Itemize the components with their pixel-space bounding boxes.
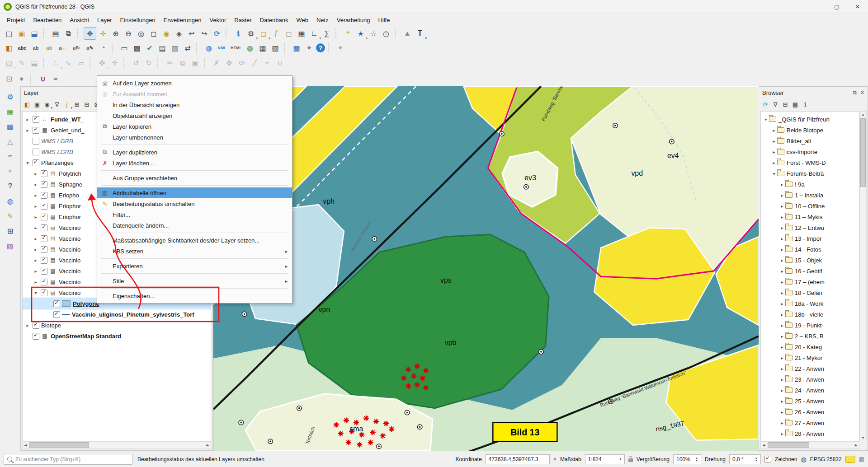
menu-item[interactable]: Maßstabsabhängige Sichtbarkeit des/der L…	[97, 235, 292, 246]
run-feature-action-icon[interactable]: ⚙▾	[245, 28, 257, 39]
lock-scale-icon[interactable]	[628, 458, 633, 462]
zoom-full-icon[interactable]: ◻	[148, 28, 160, 39]
browser-item-label[interactable]: 23 - Anwen	[795, 376, 824, 383]
expander-icon[interactable]: ▸	[771, 160, 777, 165]
layer-item-label[interactable]: Funde_WT_	[51, 116, 84, 123]
expander-icon[interactable]: ▸	[779, 312, 785, 317]
identify-features-icon[interactable]: ℹ	[232, 28, 244, 39]
zoom-in-icon[interactable]: ⊕	[110, 28, 122, 39]
menu-bar-item[interactable]: Bearbeiten	[29, 15, 66, 25]
new-3d-map-icon[interactable]: ▲	[401, 28, 413, 39]
expander-icon[interactable]: ▸	[779, 420, 785, 425]
move-features-icon[interactable]: ✥	[223, 57, 235, 69]
georeferencer-icon[interactable]: ⌖	[303, 42, 315, 54]
browser-item-label[interactable]: 25 - Anwen	[795, 398, 824, 405]
menu-item[interactable]: ▦ Attributtabelle öffnen	[97, 187, 292, 198]
scroll-left-icon[interactable]: ◀	[23, 442, 28, 448]
metasearch-icon[interactable]: ◍	[203, 42, 215, 54]
save-project-icon[interactable]: ⬓	[28, 28, 40, 39]
vertex-tool-all-icon[interactable]: ✜▾	[96, 57, 108, 69]
toolbar-button[interactable]	[226, 28, 230, 38]
menu-item[interactable]: ✎ Bearbeitungsstatus umschalten	[97, 198, 292, 209]
task-manager-icon[interactable]: ▦	[859, 456, 864, 462]
manage-map-themes-icon[interactable]: ◉▾	[42, 100, 52, 109]
layers-horizontal-scrollbar[interactable]: ◀ ▶	[22, 441, 211, 449]
extents-toggle-icon[interactable]: ⌖	[553, 456, 557, 463]
expander-icon[interactable]: ▸	[33, 236, 39, 241]
expand-all-icon[interactable]: ⊞	[72, 100, 81, 109]
close-button[interactable]: ✕	[847, 0, 868, 14]
expander-icon[interactable]: ▸	[779, 269, 785, 274]
menu-item[interactable]: In der Übersicht anzeigen	[97, 99, 292, 110]
browser-item-label[interactable]: 24 - Anwen	[795, 387, 824, 394]
browser-item-label[interactable]: 26 - Anwen	[795, 409, 824, 416]
toolbar-button[interactable]	[43, 58, 47, 68]
grass-tools-icon[interactable]: ▦	[5, 106, 16, 117]
layer-item-label[interactable]: Vaccinio	[59, 257, 80, 264]
layer-item[interactable]: Vaccinio_uliginosi_Pinetum_sylvestris_To…	[23, 309, 211, 320]
browser-item[interactable]: ▸ 12 – Entwu	[761, 222, 859, 233]
open-layer-styling-icon[interactable]: ◧	[23, 100, 32, 109]
expander-icon[interactable]: ▸	[779, 215, 785, 219]
menu-item[interactable]: Layer umbenennen	[97, 132, 292, 143]
toolbar-button[interactable]	[328, 43, 332, 53]
expander-icon[interactable]: ▸	[779, 345, 785, 350]
diagram-options-icon[interactable]: ◔	[97, 42, 109, 54]
layer-item-label[interactable]: Gebiet_und_	[51, 127, 84, 134]
pan-to-selection-icon[interactable]: ✛	[97, 28, 109, 39]
menu-item[interactable]: Aus Gruppe verschieben	[97, 173, 292, 183]
scrollbar-thumb[interactable]	[768, 442, 809, 448]
browser-item-label[interactable]: 2 – KBS, B	[795, 333, 824, 340]
visibility-checkbox[interactable]	[33, 149, 39, 155]
browser-item-label[interactable]: ! 9a –	[795, 181, 810, 188]
visibility-checkbox[interactable]	[41, 235, 47, 242]
browser-item[interactable]: ▸ 15 - Objek	[761, 255, 859, 266]
scrollbar-thumb[interactable]	[29, 442, 89, 448]
visibility-checkbox[interactable]	[33, 159, 39, 166]
menu-bar-item[interactable]: Vektor	[205, 15, 230, 25]
delete-selected-icon[interactable]: ✗	[211, 57, 222, 69]
browser-item[interactable]: ▸ 19 - Punkt-	[761, 320, 859, 331]
browser-item-label[interactable]: 1 – Installa	[795, 192, 823, 199]
browser-item-label[interactable]: _QGIS für Pilzfreun	[778, 116, 830, 123]
expander-icon[interactable]: ▸	[779, 377, 785, 382]
visibility-checkbox[interactable]	[33, 322, 39, 329]
expander-icon[interactable]: ▸	[33, 280, 39, 285]
browser-item[interactable]: ▸ Beide Biotope	[761, 125, 859, 135]
new-print-layout-icon[interactable]: ▤	[50, 28, 61, 39]
expander-icon[interactable]: ▾	[771, 171, 777, 176]
expander-icon[interactable]: ▸	[779, 301, 785, 306]
expander-icon[interactable]: ▸	[779, 290, 785, 295]
layer-item-label[interactable]: Polygone	[73, 300, 99, 307]
menu-bar-item[interactable]: Erweiterungen	[160, 15, 206, 25]
visibility-checkbox[interactable]	[41, 181, 47, 188]
expander-icon[interactable]: ▸	[779, 204, 785, 209]
open-project-icon[interactable]: ▣	[16, 28, 28, 39]
browser-item-label[interactable]: 17 – (ehem	[795, 279, 825, 285]
reshape-features-icon[interactable]: ≈	[261, 57, 273, 69]
visibility-checkbox[interactable]	[41, 192, 47, 199]
visibility-checkbox[interactable]	[41, 290, 47, 296]
copy-features-icon[interactable]: ⧉	[177, 57, 189, 69]
messages-icon[interactable]	[845, 456, 855, 463]
map-overview-icon[interactable]: ▭	[118, 42, 130, 54]
labeling-options-icon[interactable]: abc	[16, 42, 28, 54]
menu-bar-item[interactable]: Projekt	[3, 15, 29, 25]
browser-item-label[interactable]: 14 - Fotos	[795, 246, 821, 253]
expander-icon[interactable]: ▾	[33, 290, 39, 295]
expander-icon[interactable]: ▸	[33, 204, 39, 209]
toolbar-button[interactable]	[335, 28, 340, 38]
menu-item[interactable]	[101, 288, 288, 289]
move-label-icon[interactable]: a↔	[57, 42, 69, 54]
expander-icon[interactable]: ▾	[24, 160, 31, 165]
spinner-arrows-icon[interactable]: ▲▼	[695, 457, 698, 462]
visibility-checkbox[interactable]	[41, 257, 47, 264]
browser-item-label[interactable]: 21 - Mykor	[795, 355, 822, 361]
layer-item-label[interactable]: Vaccinio	[59, 268, 80, 275]
layer-item-label[interactable]: Eriophor	[59, 203, 81, 210]
raster-tools-icon[interactable]: ▩	[5, 121, 16, 132]
pin-labels-icon[interactable]: ab	[29, 42, 42, 54]
visibility-checkbox[interactable]	[41, 279, 47, 285]
deselect-features-icon[interactable]: ◻	[283, 28, 295, 39]
toolbar-button[interactable]	[43, 28, 47, 38]
